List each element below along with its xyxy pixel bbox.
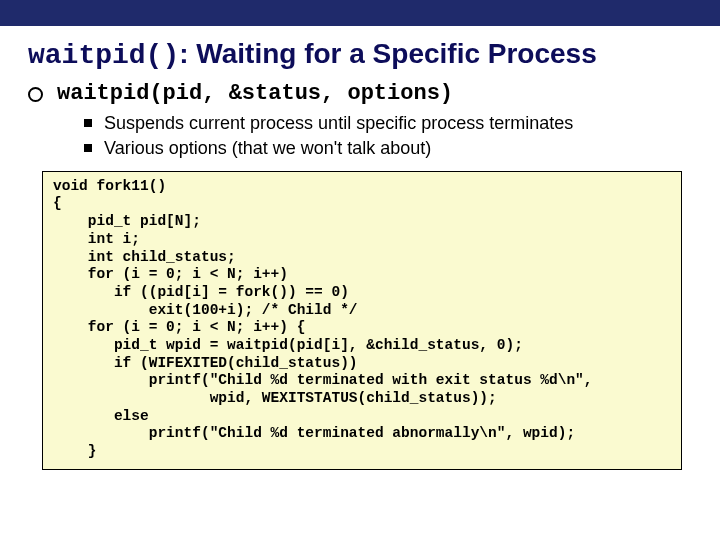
header-bar: [0, 0, 720, 26]
bullet-circle-icon: [28, 87, 43, 102]
title-rest: : Waiting for a Specific Process: [179, 38, 597, 69]
slide-content: waitpid(pid, &status, options) Suspends …: [28, 81, 692, 470]
sub-bullet-text: Various options (that we won't talk abou…: [104, 137, 431, 160]
code-block: void fork11() { pid_t pid[N]; int i; int…: [42, 171, 682, 470]
sub-bullets: Suspends current process until specific …: [84, 112, 692, 161]
sub-bullet-text: Suspends current process until specific …: [104, 112, 573, 135]
slide-title: waitpid(): Waiting for a Specific Proces…: [28, 38, 720, 71]
bullet-square-icon: [84, 119, 92, 127]
sub-bullet-row: Various options (that we won't talk abou…: [84, 137, 692, 160]
signature-text: waitpid(pid, &status, options): [57, 81, 453, 106]
sub-bullet-row: Suspends current process until specific …: [84, 112, 692, 135]
bullet-square-icon: [84, 144, 92, 152]
signature-row: waitpid(pid, &status, options): [28, 81, 692, 106]
title-mono: waitpid(): [28, 40, 179, 71]
